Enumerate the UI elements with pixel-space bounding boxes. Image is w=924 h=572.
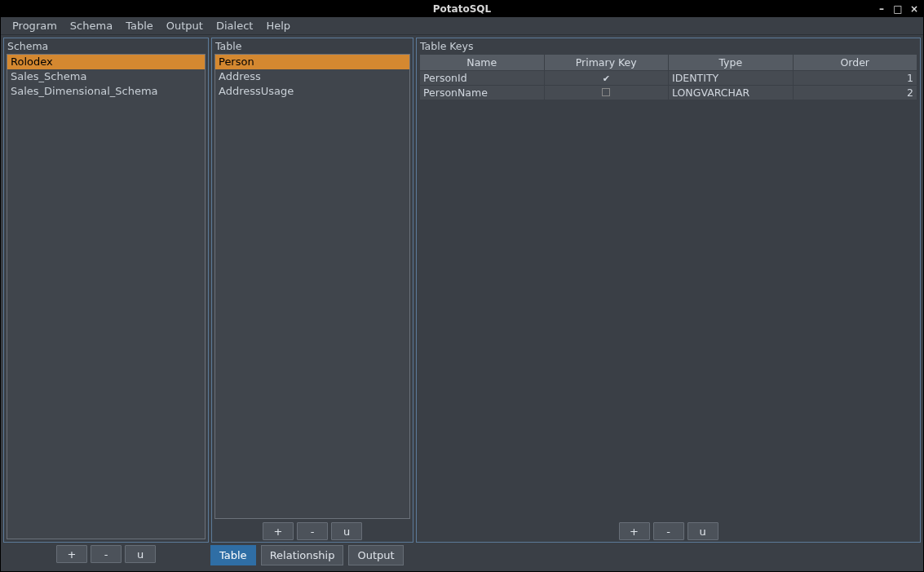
checkbox-on-icon: ✔	[603, 74, 610, 83]
table-item-person[interactable]: Person	[215, 55, 409, 69]
keys-grid-empty-area	[419, 100, 917, 519]
schema-item-sales-dim[interactable]: Sales_Dimensional_Schema	[7, 84, 205, 99]
keys-col-name[interactable]: Name	[420, 55, 545, 71]
table-list[interactable]: Person Address AddressUsage	[214, 54, 410, 519]
table-item-address[interactable]: Address	[215, 69, 409, 84]
maximize-icon[interactable]: □	[892, 3, 904, 15]
window-title: PotatoSQL	[433, 3, 491, 15]
right-column: Table Person Address AddressUsage + - u	[211, 38, 921, 543]
keys-cell-name[interactable]: PersonName	[420, 86, 545, 100]
schema-add-button[interactable]: +	[56, 545, 87, 563]
menubar: Program Schema Table Output Dialect Help	[1, 17, 923, 35]
keys-col-order[interactable]: Order	[793, 55, 917, 71]
table-update-button[interactable]: u	[331, 522, 362, 540]
menu-dialect[interactable]: Dialect	[210, 18, 259, 33]
keys-remove-button[interactable]: -	[653, 522, 684, 540]
keys-header-row: Name Primary Key Type Order	[420, 55, 917, 71]
keys-cell-type[interactable]: LONGVARCHAR	[669, 86, 794, 100]
schema-panel: Schema Rolodex Sales_Schema Sales_Dimens…	[3, 38, 209, 543]
menu-help[interactable]: Help	[259, 18, 297, 33]
table-item-addressusage[interactable]: AddressUsage	[215, 84, 409, 99]
bottom-row: + - u Table Relationship Output	[3, 545, 921, 569]
schema-update-button[interactable]: u	[125, 545, 156, 563]
content-area: Schema Rolodex Sales_Schema Sales_Dimens…	[1, 35, 923, 571]
keys-row[interactable]: PersonName LONGVARCHAR 2	[420, 86, 917, 100]
menu-schema[interactable]: Schema	[64, 18, 119, 33]
schema-button-row-wrap: + - u	[3, 545, 209, 566]
keys-add-button[interactable]: +	[619, 522, 650, 540]
schema-button-row: + - u	[56, 545, 156, 566]
keys-cell-name[interactable]: PersonId	[420, 71, 545, 86]
keys-grid[interactable]: Name Primary Key Type Order PersonId	[419, 54, 917, 519]
keys-row[interactable]: PersonId ✔ IDENTITY 1	[420, 71, 917, 86]
titlebar: PotatoSQL – □ ×	[1, 1, 923, 17]
tab-table[interactable]: Table	[210, 545, 256, 565]
keys-update-button[interactable]: u	[687, 522, 718, 540]
table-remove-button[interactable]: -	[297, 522, 328, 540]
keys-cell-type[interactable]: IDENTITY	[669, 71, 794, 86]
keys-button-row: + - u	[417, 519, 920, 542]
tab-output[interactable]: Output	[348, 545, 403, 565]
schema-panel-title: Schema	[4, 38, 208, 54]
keys-col-type[interactable]: Type	[669, 55, 794, 71]
keys-cell-order[interactable]: 1	[793, 71, 917, 86]
minimize-icon[interactable]: –	[876, 3, 887, 15]
upper-row: Schema Rolodex Sales_Schema Sales_Dimens…	[3, 38, 921, 543]
table-panel: Table Person Address AddressUsage + - u	[211, 38, 413, 543]
table-add-button[interactable]: +	[263, 522, 294, 540]
checkbox-off-icon	[602, 88, 610, 96]
right-upper: Table Person Address AddressUsage + - u	[211, 38, 921, 543]
keys-panel: Table Keys Name Primary Key	[416, 38, 921, 543]
menu-program[interactable]: Program	[6, 18, 64, 33]
keys-cell-order[interactable]: 2	[793, 86, 917, 100]
tab-row: Table Relationship Output	[209, 545, 405, 569]
window-controls: – □ ×	[876, 1, 920, 17]
table-panel-title: Table	[212, 38, 413, 54]
table-button-row: + - u	[212, 519, 413, 542]
menu-output[interactable]: Output	[160, 18, 210, 33]
schema-remove-button[interactable]: -	[91, 545, 122, 563]
app-window: PotatoSQL – □ × Program Schema Table Out…	[0, 0, 924, 572]
menu-table[interactable]: Table	[119, 18, 160, 33]
schema-item-sales[interactable]: Sales_Schema	[7, 69, 205, 84]
keys-panel-title: Table Keys	[417, 38, 920, 54]
keys-cell-primary[interactable]	[544, 86, 669, 100]
schema-column: Schema Rolodex Sales_Schema Sales_Dimens…	[3, 38, 209, 543]
keys-cell-primary[interactable]: ✔	[544, 71, 669, 86]
schema-list[interactable]: Rolodex Sales_Schema Sales_Dimensional_S…	[7, 54, 206, 539]
keys-col-primary[interactable]: Primary Key	[544, 55, 669, 71]
close-icon[interactable]: ×	[909, 3, 920, 15]
schema-item-rolodex[interactable]: Rolodex	[7, 55, 205, 69]
tab-relationship[interactable]: Relationship	[261, 545, 344, 565]
